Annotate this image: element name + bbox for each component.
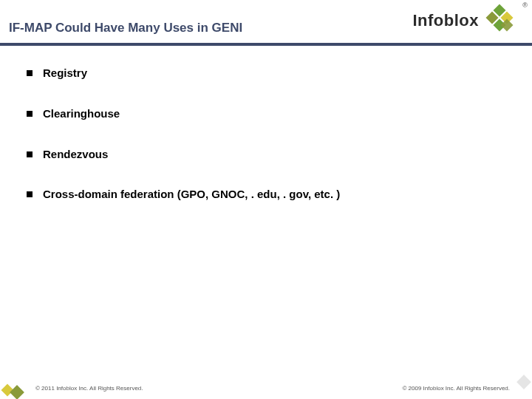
- bullet-text: Clearinghouse: [43, 107, 120, 121]
- bullet-icon: [27, 191, 33, 197]
- list-item: Rendezvous: [27, 148, 510, 162]
- slide-title: IF-MAP Could Have Many Uses in GENI: [9, 21, 242, 35]
- bullet-icon: [27, 70, 33, 76]
- copyright-right: © 2009 Infoblox Inc. All Rights Reserved…: [402, 385, 510, 392]
- registered-mark: ®: [522, 1, 528, 9]
- list-item: Clearinghouse: [27, 107, 510, 121]
- logo-text: Infoblox: [412, 11, 479, 30]
- bullet-text: Cross-domain federation (GPO, GNOC, . ed…: [43, 188, 340, 202]
- list-item: Registry: [27, 66, 510, 81]
- bullet-icon: [27, 111, 33, 117]
- header-divider: [0, 43, 532, 46]
- slide-header: IF-MAP Could Have Many Uses in GENI Info…: [0, 0, 532, 43]
- company-logo: Infoblox: [412, 4, 516, 37]
- bullet-text: Rendezvous: [43, 148, 108, 162]
- slide-body: Registry Clearinghouse Rendezvous Cross-…: [27, 66, 510, 228]
- bullet-icon: [27, 151, 33, 157]
- copyright-left: © 2011 Infoblox Inc. All Rights Reserved…: [35, 385, 143, 392]
- slide-footer: © 2011 Infoblox Inc. All Rights Reserved…: [0, 385, 532, 392]
- bullet-text: Registry: [43, 66, 87, 81]
- diamond-cluster-icon: [483, 4, 516, 37]
- list-item: Cross-domain federation (GPO, GNOC, . ed…: [27, 188, 510, 202]
